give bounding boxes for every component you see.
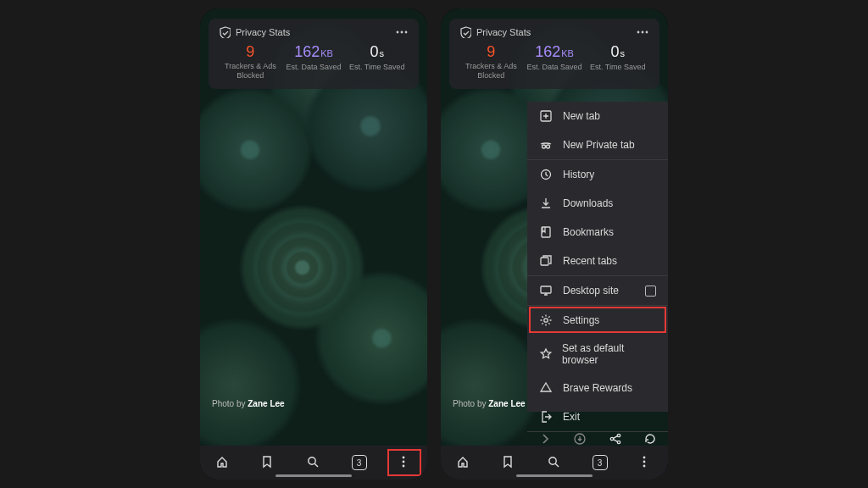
menu-item-new-tab[interactable]: New tab [527,102,668,130]
forward-icon[interactable] [538,432,552,446]
reload-icon[interactable] [643,432,657,446]
desktop-site-checkbox[interactable] [645,286,656,297]
menu-item-settings[interactable]: Settings [527,305,668,335]
menu-item-label: Brave Rewards [563,382,632,394]
menu-item-label: History [563,169,594,180]
menu-item-history[interactable]: History [527,159,668,189]
stat-trackers: 9 Trackers & Ads Blocked [219,44,282,80]
menu-button[interactable] [628,449,662,476]
photo-credit: Photo by Zane Lee [453,399,526,408]
stat-trackers: 9 Trackers & Ads Blocked [459,44,523,80]
new-private-icon [539,138,553,152]
home-icon [215,455,231,470]
history-icon [539,168,553,181]
privacy-stats-card: Privacy Stats 9 Trackers & Ads Blocked 1… [449,19,659,89]
stat-time: 0s Est. Time Saved [345,44,409,80]
menu-item-label: New tab [563,110,600,122]
tabs-button[interactable]: 3 [583,449,617,476]
desktop-site-icon [539,284,553,297]
search-icon [306,455,321,470]
menu-item-downloads[interactable]: Downloads [527,189,668,218]
tabs-button[interactable]: 3 [342,449,376,476]
bookmark-icon [501,455,516,470]
tab-count-icon: 3 [593,455,608,470]
search-button[interactable] [537,449,571,476]
menu-item-label: Settings [563,314,599,326]
privacy-title: Privacy Stats [476,27,531,37]
menu-item-label: Desktop site [563,285,619,297]
menu-item-label: Set as default browser [562,342,656,366]
photo-credit: Photo by Zane Lee [212,399,285,408]
new-tab-icon [539,109,553,123]
menu-item-bookmarks[interactable]: Bookmarks [527,218,668,247]
download-page-icon[interactable] [573,432,587,446]
menu-item-label: Downloads [563,197,613,209]
stat-time: 0s Est. Time Saved [586,44,649,80]
home-button[interactable] [447,449,481,476]
menu-button[interactable] [387,449,421,476]
stat-data: 162KB Est. Data Saved [523,44,587,80]
recent-tabs-icon [539,254,553,268]
tab-count-icon: 3 [352,455,367,470]
privacy-title: Privacy Stats [236,27,290,37]
share-icon[interactable] [609,432,622,446]
menu-footer [527,431,668,446]
bookmarks-icon [539,225,553,239]
downloads-icon [539,197,553,210]
search-button[interactable] [297,449,331,476]
home-icon [456,455,471,470]
more-icon[interactable] [395,25,409,39]
shield-icon [459,26,471,38]
settings-icon [539,313,553,327]
overflow-menu: New tabNew Private tabHistoryDownloadsBo… [527,102,668,412]
search-icon [547,455,562,470]
menu-item-desktop-site[interactable]: Desktop site [527,275,668,305]
shield-icon [219,26,231,38]
home-button[interactable] [206,449,240,476]
gesture-bar [516,474,593,477]
menu-item-label: Recent tabs [563,255,617,267]
menu-item-set-default[interactable]: Set as default browser [527,335,668,374]
set-default-icon [539,347,552,361]
menu-item-label: Exit [563,411,580,423]
more-vertical-icon [397,455,412,470]
menu-item-label: Bookmarks [563,226,614,238]
exit-icon [539,410,553,424]
phone-screenshot-left: Privacy Stats 9 Trackers & Ads Blocked 1… [200,8,427,480]
menu-item-brave-rewards[interactable]: Brave Rewards [527,374,668,402]
phone-screenshot-right: Privacy Stats 9 Trackers & Ads Blocked 1… [441,8,668,480]
menu-item-label: New Private tab [563,139,635,151]
menu-item-new-private[interactable]: New Private tab [527,130,668,159]
menu-item-recent-tabs[interactable]: Recent tabs [527,247,668,275]
privacy-stats-card: Privacy Stats 9 Trackers & Ads Blocked 1… [209,19,419,89]
more-vertical-icon [637,455,653,470]
more-icon[interactable] [636,25,649,39]
gesture-bar [275,474,352,477]
bookmark-icon [260,455,275,470]
stat-data: 162KB Est. Data Saved [282,44,346,80]
menu-item-exit[interactable]: Exit [527,402,668,431]
brave-rewards-icon [539,381,553,395]
bookmarks-button[interactable] [251,449,285,476]
bookmarks-button[interactable] [492,449,526,476]
